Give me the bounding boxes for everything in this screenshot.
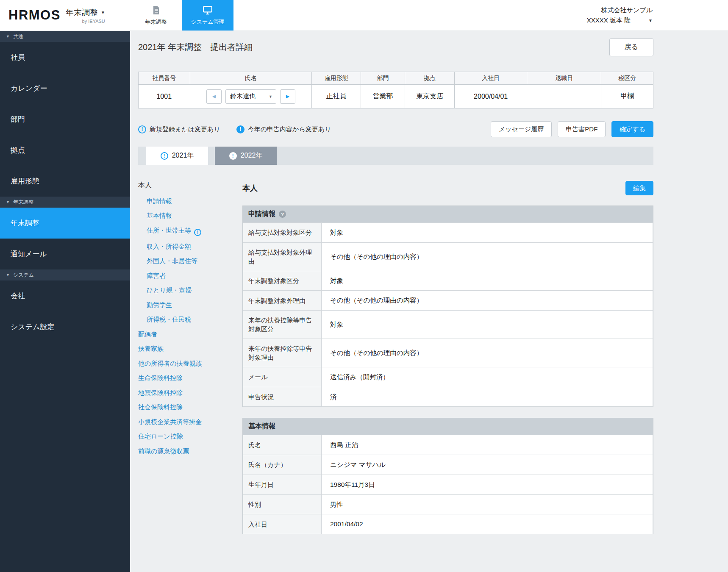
year-tab-label: 2021年 <box>172 151 194 160</box>
nav-item-disability[interactable]: 障害者 <box>138 272 242 280</box>
field-value: 西島 正治 <box>322 435 653 455</box>
table-row: 来年の扶養控除等申告対象区分対象 <box>243 311 653 339</box>
nav-item-social-insurance-deduction[interactable]: 社会保険料控除 <box>138 403 242 411</box>
tab-system-admin[interactable]: システム管理 <box>182 0 233 31</box>
col-employee-no: 社員番号 <box>139 72 190 85</box>
changed-this-year-icon: ! <box>236 125 245 133</box>
section-caret-icon: ▼ <box>6 200 10 204</box>
tab-nenmatsu-chosei[interactable]: 年末調整 <box>130 0 182 31</box>
sidebar: ▼共通 社員 カレンダー 部門 拠点 雇用形態 ▼年末調整 年末調整 通知メール… <box>0 31 130 572</box>
field-label: メール <box>243 367 322 387</box>
employee-select[interactable]: 鈴木達也 ▼ <box>225 89 276 104</box>
table-row: 生年月日1980年11月3日 <box>243 475 653 494</box>
nav-item-earthquake-insurance-deduction[interactable]: 地震保険料控除 <box>138 389 242 397</box>
field-label: 性別 <box>243 494 322 514</box>
nav-label: 住所・世帯主等 <box>147 227 191 234</box>
col-name: 氏名 <box>190 72 312 85</box>
retire-date-cell <box>527 85 601 108</box>
nav-item-housing-loan-deduction[interactable]: 住宅ローン控除 <box>138 432 242 441</box>
field-value: 対象 <box>322 311 653 339</box>
nav-item-previous-job-withholding[interactable]: 前職の源泉徴収票 <box>138 447 242 455</box>
application-info-card: 申請情報 ? 給与支払対象対象区分対象 給与支払対象対象外理由その他（その他の理… <box>242 205 653 407</box>
sidebar-item-system-settings[interactable]: システム設定 <box>0 311 130 342</box>
field-label: 申告状況 <box>243 387 322 407</box>
table-row: 申告状況済 <box>243 387 653 407</box>
table-row: 来年の扶養控除等申告対象理由その他（その他の理由の内容） <box>243 339 653 367</box>
message-history-button[interactable]: メッセージ履歴 <box>491 121 552 137</box>
user-name: XXXXX 坂本 隆 <box>587 17 631 25</box>
nav-item-spouse[interactable]: 配偶者 <box>138 330 242 339</box>
nav-item-self[interactable]: 本人 <box>138 181 242 190</box>
section-title: 年末調整 <box>13 199 33 206</box>
nav-item-foreigner-nonresident[interactable]: 外国人・非居住等 <box>138 257 242 265</box>
nav-item-working-student[interactable]: 勤労学生 <box>138 301 242 309</box>
edit-button[interactable]: 編集 <box>625 181 653 195</box>
sidebar-item-employees[interactable]: 社員 <box>0 42 130 73</box>
detail-heading: 本人 <box>242 183 258 193</box>
page-title: 2021年 年末調整 提出者詳細 <box>138 42 253 53</box>
field-value: 1980年11月3日 <box>322 475 653 494</box>
sidebar-item-employment-type[interactable]: 雇用形態 <box>0 166 130 197</box>
tab-year-2022[interactable]: ! 2022年 <box>215 147 277 165</box>
table-row: 入社日2001/04/02 <box>243 514 653 534</box>
employee-row: 1001 ◀ 鈴木達也 ▼ ▶ 正社員 営業部 東京支店 <box>139 85 653 108</box>
sidebar-item-notification-mail[interactable]: 通知メール <box>0 239 130 269</box>
section-title: システム <box>13 272 34 279</box>
tab-label: システム管理 <box>191 18 224 26</box>
table-row: 給与支払対象対象外理由その他（その他の理由の内容） <box>243 242 653 271</box>
company-name: 株式会社サンプル <box>601 6 653 14</box>
legend-label: 今年の申告内容から変更あり <box>248 125 331 133</box>
col-retire-date: 退職日 <box>527 72 601 85</box>
sidebar-item-calendar[interactable]: カレンダー <box>0 73 130 104</box>
sidebar-item-departments[interactable]: 部門 <box>0 104 130 135</box>
card-title: 申請情報 <box>248 210 275 219</box>
nav-item-dependents[interactable]: 扶養家族 <box>138 344 242 353</box>
declaration-pdf-button[interactable]: 申告書PDF <box>558 121 606 137</box>
nav-item-income-resident-tax[interactable]: 所得税・住民税 <box>138 315 242 324</box>
table-header-row: 社員番号 氏名 雇用形態 部門 拠点 入社日 退職日 税区分 <box>139 72 653 85</box>
legend-label: 新規登録または変更あり <box>150 125 220 133</box>
nav-item-income-amount[interactable]: 収入・所得金額 <box>138 242 242 251</box>
field-value: 対象 <box>322 271 653 291</box>
product-caret-icon: ▼ <box>101 10 105 15</box>
header-tabs: 年末調整 システム管理 <box>130 0 233 31</box>
sidebar-section-system[interactable]: ▼システム <box>0 269 130 280</box>
prev-employee-button[interactable]: ◀ <box>206 89 222 104</box>
table-row: メール送信済み（開封済） <box>243 367 653 387</box>
employee-summary-table: 社員番号 氏名 雇用形態 部門 拠点 入社日 退職日 税区分 1001 ◀ <box>138 72 653 108</box>
nav-item-single-parent-widow[interactable]: ひとり親・寡婦 <box>138 286 242 294</box>
application-info-table: 給与支払対象対象区分対象 給与支払対象対象外理由その他（その他の理由の内容） 年… <box>243 222 653 407</box>
nav-item-small-business-mutual-aid[interactable]: 小規模企業共済等掛金 <box>138 418 242 426</box>
product-switcher[interactable]: 年末調整 ▼ by IEYASU <box>66 7 105 24</box>
location-cell: 東京支店 <box>405 85 455 108</box>
confirm-button[interactable]: 確定する <box>611 121 653 137</box>
section-title: 共通 <box>13 33 23 40</box>
account-caret-icon: ▼ <box>648 18 653 23</box>
nav-item-other-earners-dependents[interactable]: 他の所得者の扶養親族 <box>138 359 242 368</box>
hrmos-logo: HRMOS <box>8 8 61 23</box>
col-hire-date: 入社日 <box>454 72 527 85</box>
next-employee-button[interactable]: ▶ <box>280 89 295 104</box>
table-row: 年末調整対象区分対象 <box>243 271 653 291</box>
nav-item-application-info[interactable]: 申請情報 <box>138 197 242 205</box>
department-cell: 営業部 <box>361 85 405 108</box>
sidebar-section-common[interactable]: ▼共通 <box>0 31 130 42</box>
basic-info-table: 氏名西島 正治 氏名（カナ）ニシジマ マサハル 生年月日1980年11月3日 性… <box>243 435 653 534</box>
hire-date-cell: 2000/04/01 <box>454 85 527 108</box>
nav-item-basic-info[interactable]: 基本情報 <box>138 211 242 220</box>
account-menu[interactable]: 株式会社サンプル XXXXX 坂本 隆 ▼ <box>587 0 653 31</box>
back-button[interactable]: 戻る <box>609 38 653 56</box>
sidebar-item-locations[interactable]: 拠点 <box>0 135 130 166</box>
field-label: 年末調整対象外理由 <box>243 291 322 311</box>
sidebar-item-nenmatsu-chosei[interactable]: 年末調整 <box>0 208 130 239</box>
sidebar-section-nenmatsu[interactable]: ▼年末調整 <box>0 197 130 208</box>
tab-year-2021[interactable]: ! 2021年 <box>146 147 208 165</box>
employee-select-value: 鈴木達也 <box>230 92 256 100</box>
field-label: 入社日 <box>243 514 322 534</box>
help-icon[interactable]: ? <box>279 211 286 218</box>
nav-item-address-householder[interactable]: 住所・世帯主等! <box>138 226 242 236</box>
nav-item-life-insurance-deduction[interactable]: 生命保険料控除 <box>138 374 242 382</box>
sidebar-item-company[interactable]: 会社 <box>0 280 130 311</box>
field-label: 氏名（カナ） <box>243 455 322 475</box>
year-tab-bar: ! 2021年 ! 2022年 <box>138 147 653 165</box>
